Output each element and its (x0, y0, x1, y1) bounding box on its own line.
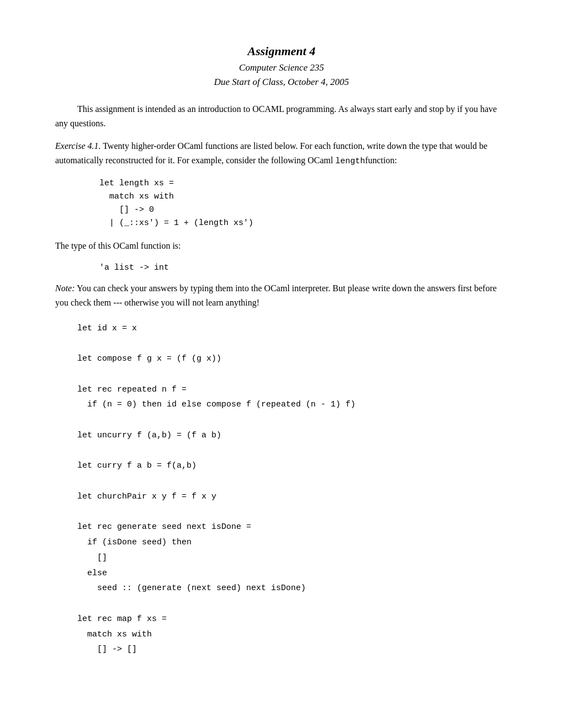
subtitle-due: Due Start of Class, October 4, 2005 (55, 75, 508, 89)
exercise-description: Exercise 4.1. Twenty higher-order OCaml … (55, 139, 508, 168)
exercise-label: Exercise 4.1. (55, 141, 100, 151)
note-paragraph: Note: You can check your answers by typi… (55, 281, 508, 309)
length-code-block: let length xs = match xs with [] -> 0 | … (99, 177, 508, 230)
type-example: 'a list -> int (99, 261, 508, 275)
functions-code-block: let id x = x let compose f g x = (f (g x… (77, 321, 508, 658)
intro-paragraph: This assignment is intended as an introd… (55, 102, 508, 130)
type-label: The type of this OCaml function is: (55, 239, 508, 253)
exercise-text2: function: (365, 156, 397, 165)
exercise-code-keyword: length (335, 157, 365, 166)
exercise-text: Twenty higher-order OCaml functions are … (55, 141, 487, 165)
subtitle-course: Computer Science 235 (55, 61, 508, 75)
note-label: Note: (55, 283, 75, 293)
note-text: You can check your answers by typing the… (55, 283, 497, 307)
page-title: Assignment 4 (55, 44, 508, 58)
